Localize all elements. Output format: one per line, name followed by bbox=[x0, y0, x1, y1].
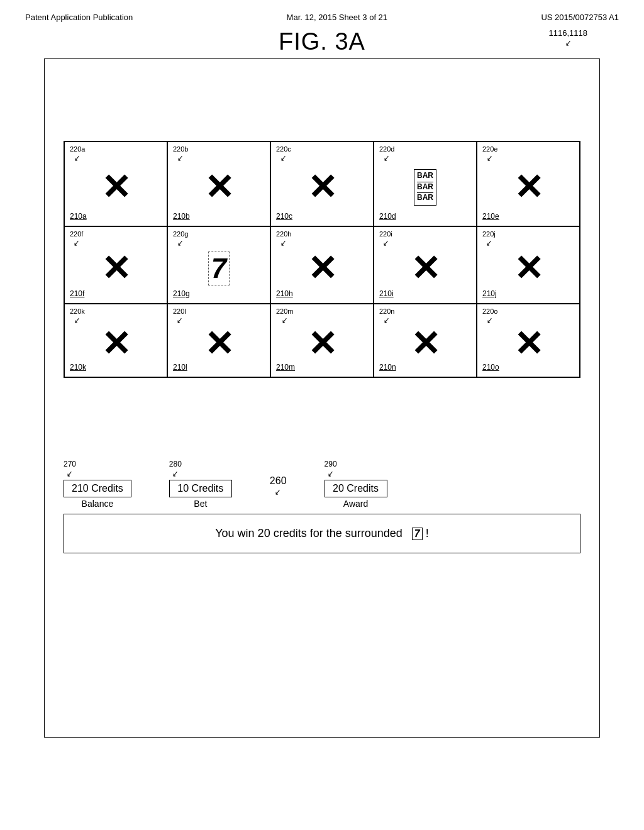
seven-symbol-inline: 7 bbox=[412, 528, 423, 540]
ref-220k: 220k↙ bbox=[70, 307, 85, 325]
cell-210a: 220a↙ ✕ 210a bbox=[64, 141, 167, 226]
bet-value: 10 Credits bbox=[177, 483, 223, 494]
ref-1116-label: 1116,1118 ↙ bbox=[549, 28, 587, 48]
credits-row: 270↙ 210 Credits Balance 280↙ 10 Credits… bbox=[64, 460, 580, 509]
ref-220g: 220g↙ bbox=[173, 230, 188, 248]
ref-220o: 220o↙ bbox=[482, 307, 497, 325]
label-210f: 210f bbox=[70, 289, 84, 298]
label-210c: 210c bbox=[276, 212, 292, 221]
header-right: US 2015/0072753 A1 bbox=[541, 13, 619, 22]
symbol-x-210n: ✕ bbox=[379, 326, 471, 362]
label-210i: 210i bbox=[379, 289, 394, 298]
ref-270: 270↙ bbox=[64, 460, 76, 479]
ref-220l: 220l↙ bbox=[173, 307, 186, 325]
seven-char: 7 bbox=[211, 255, 226, 282]
cell-210h: 220h↙ ✕ 210h bbox=[270, 226, 374, 304]
top-space bbox=[51, 65, 593, 141]
ref-280: 280↙ bbox=[169, 460, 182, 479]
credit-box-bet: 280↙ 10 Credits Bet bbox=[169, 460, 232, 509]
symbol-grid: 220a↙ ✕ 210a 220b↙ ✕ 210b 220c↙ ✕ 210c 2… bbox=[64, 141, 580, 378]
bottom-area: 270↙ 210 Credits Balance 280↙ 10 Credits… bbox=[64, 460, 580, 553]
label-210m: 210m bbox=[276, 363, 295, 372]
cell-210l: 220l↙ ✕ 210l bbox=[167, 304, 270, 377]
ref-220e: 220e↙ bbox=[482, 145, 497, 163]
page: Patent Application Publication Mar. 12, … bbox=[0, 0, 644, 830]
award-value: 20 Credits bbox=[333, 483, 379, 494]
credit-box-balance: 270↙ 210 Credits Balance bbox=[64, 460, 131, 509]
label-210e: 210e bbox=[482, 212, 499, 221]
label-210n: 210n bbox=[379, 363, 396, 372]
cell-210m: 220m↙ ✕ 210m bbox=[270, 304, 374, 377]
arrow-down-icon: ↙ bbox=[553, 38, 584, 48]
symbol-x-210c: ✕ bbox=[276, 164, 368, 211]
symbol-x-210h: ✕ bbox=[276, 249, 368, 288]
ref-220i: 220i↙ bbox=[379, 230, 392, 248]
balance-box: 210 Credits bbox=[64, 480, 131, 497]
ref-220m: 220m↙ bbox=[276, 307, 294, 325]
ref-220b: 220b↙ bbox=[173, 145, 188, 163]
label-210b: 210b bbox=[173, 212, 190, 221]
symbol-x-210o: ✕ bbox=[482, 326, 574, 362]
header-middle: Mar. 12, 2015 Sheet 3 of 21 bbox=[287, 13, 387, 22]
ref-260-value: 260 bbox=[270, 475, 287, 487]
bet-box: 10 Credits bbox=[169, 480, 232, 497]
label-210o: 210o bbox=[482, 363, 499, 372]
symbol-x-210f: ✕ bbox=[70, 249, 162, 288]
cell-210i: 220i↙ ✕ 210i bbox=[374, 226, 477, 304]
cell-210k: 220k↙ ✕ 210k bbox=[64, 304, 167, 377]
win-message-box: You win 20 credits for the surrounded 7 … bbox=[64, 514, 580, 553]
ref-220h: 220h↙ bbox=[276, 230, 291, 248]
label-210k: 210k bbox=[70, 363, 86, 372]
seven-dashed-210g: 7 bbox=[208, 252, 230, 285]
symbol-x-210b: ✕ bbox=[173, 164, 265, 211]
header-left: Patent Application Publication bbox=[25, 13, 133, 22]
ref-220c: 220c↙ bbox=[276, 145, 291, 163]
page-header: Patent Application Publication Mar. 12, … bbox=[25, 13, 619, 22]
cell-210c: 220c↙ ✕ 210c bbox=[270, 141, 374, 226]
symbol-x-210i: ✕ bbox=[379, 249, 471, 288]
award-label: Award bbox=[343, 499, 368, 509]
symbol-x-210k: ✕ bbox=[70, 326, 162, 362]
cell-210j: 220j↙ ✕ 210j bbox=[477, 226, 580, 304]
symbol-x-210a: ✕ bbox=[70, 164, 162, 211]
label-210j: 210j bbox=[482, 289, 497, 298]
cell-210e: 220e↙ ✕ 210e bbox=[477, 141, 580, 226]
balance-value: 210 Credits bbox=[72, 483, 123, 494]
label-210l: 210l bbox=[173, 363, 187, 372]
credit-box-award: 290↙ 20 Credits Award bbox=[325, 460, 387, 509]
award-box: 20 Credits bbox=[325, 480, 387, 497]
label-210h: 210h bbox=[276, 289, 293, 298]
ref-220n: 220n↙ bbox=[379, 307, 394, 325]
cell-210f: 220f↙ ✕ 210f bbox=[64, 226, 167, 304]
figure-title: FIG. 3A bbox=[279, 28, 365, 55]
ref-220j: 220j↙ bbox=[482, 230, 496, 248]
label-210a: 210a bbox=[70, 212, 87, 221]
symbol-x-210e: ✕ bbox=[482, 164, 574, 211]
cell-210b: 220b↙ ✕ 210b bbox=[167, 141, 270, 226]
symbol-x-210m: ✕ bbox=[276, 326, 368, 362]
bar-symbol-210d: BAR BAR BAR bbox=[414, 169, 436, 206]
label-210d: 210d bbox=[379, 212, 396, 221]
balance-label: Balance bbox=[82, 499, 114, 509]
ref-290: 290↙ bbox=[325, 460, 337, 479]
label-210g: 210g bbox=[173, 289, 190, 298]
ref-220a: 220a↙ bbox=[70, 145, 85, 163]
cell-210d: 220d↙ BAR BAR BAR 210d bbox=[374, 141, 477, 226]
ref-260-arrow: ↙ bbox=[275, 487, 281, 497]
ref-260-area: 260 ↙ bbox=[270, 475, 287, 497]
bet-label: Bet bbox=[194, 499, 207, 509]
symbol-x-210j: ✕ bbox=[482, 249, 574, 288]
symbol-x-210l: ✕ bbox=[173, 326, 265, 362]
middle-space bbox=[51, 378, 593, 460]
cell-210g: 220g↙ 7 210g bbox=[167, 226, 270, 304]
figure-title-area: FIG. 3A 1116,1118 ↙ bbox=[25, 28, 619, 55]
ref-220d: 220d↙ bbox=[379, 145, 394, 163]
cell-210o: 220o↙ ✕ 210o bbox=[477, 304, 580, 377]
win-message-text: You win 20 credits for the surrounded bbox=[215, 527, 402, 540]
ref-220f: 220f↙ bbox=[70, 230, 83, 248]
main-box: 220a↙ ✕ 210a 220b↙ ✕ 210b 220c↙ ✕ 210c 2… bbox=[44, 58, 600, 738]
cell-210n: 220n↙ ✕ 210n bbox=[374, 304, 477, 377]
